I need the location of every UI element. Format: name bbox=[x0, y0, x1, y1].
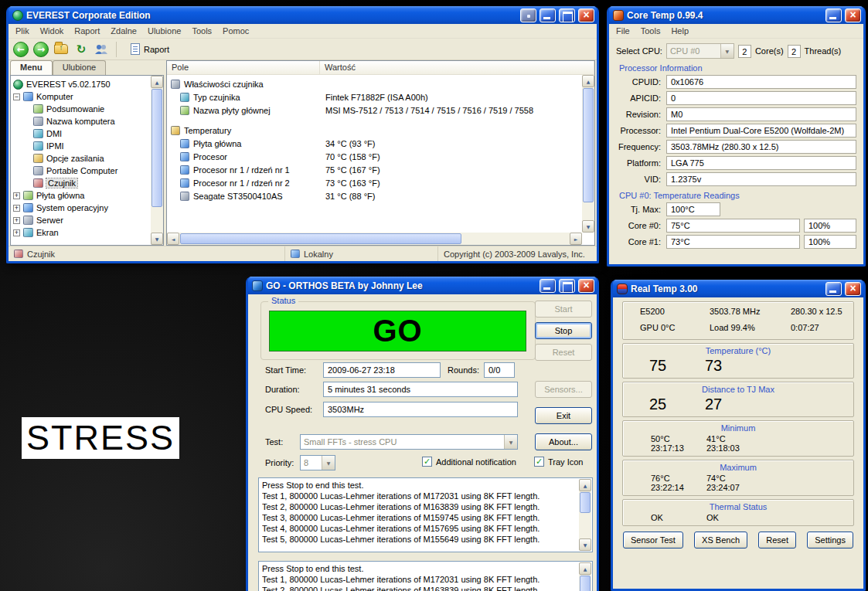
orthos-titlebar[interactable]: GO - ORTHOS BETA by Johnny Lee bbox=[248, 277, 597, 294]
sidebar-item-portable-computer[interactable]: Portable Computer bbox=[13, 165, 149, 177]
start-button[interactable]: Start bbox=[535, 301, 592, 318]
collapse-icon[interactable] bbox=[13, 93, 20, 100]
minimize-to-tray-button[interactable] bbox=[520, 8, 536, 22]
maximize-button[interactable] bbox=[559, 8, 575, 22]
coretemp-titlebar[interactable]: Core Temp 0.99.4 bbox=[609, 6, 863, 24]
back-button[interactable]: ← bbox=[13, 42, 29, 57]
test-dropdown[interactable]: Small FFTs - stress CPU bbox=[300, 434, 518, 450]
expand-icon[interactable] bbox=[13, 217, 20, 224]
scroll-left-button[interactable] bbox=[167, 233, 179, 245]
menu-help[interactable]: Help bbox=[665, 25, 694, 37]
scroll-up-button[interactable] bbox=[579, 479, 591, 491]
menu-plik[interactable]: Plik bbox=[10, 25, 35, 37]
scroll-down-button[interactable] bbox=[151, 233, 163, 245]
scroll-down-button[interactable] bbox=[579, 538, 591, 551]
menu-widok[interactable]: Widok bbox=[35, 25, 70, 37]
start-time-field[interactable]: 2009-06-27 23:18 bbox=[323, 362, 441, 378]
scroll-track[interactable] bbox=[151, 88, 163, 233]
sensor-test-button[interactable]: Sensor Test bbox=[623, 532, 683, 549]
exit-button[interactable]: Exit bbox=[535, 407, 592, 424]
scroll-thumb[interactable] bbox=[583, 88, 594, 202]
close-button[interactable] bbox=[578, 279, 594, 293]
sidebar-item-plyta-glowna[interactable]: Płyta główna bbox=[13, 189, 149, 202]
sidebar-item-system-operacyjny[interactable]: System operacyjny bbox=[13, 202, 149, 214]
log-scrollbar[interactable] bbox=[579, 562, 591, 591]
sidebar-item-komputer[interactable]: Komputer bbox=[13, 90, 149, 103]
sidebar-item-everest-root[interactable]: EVEREST v5.02.1750 bbox=[13, 78, 149, 90]
scroll-track[interactable] bbox=[179, 233, 570, 245]
scroll-thumb[interactable] bbox=[151, 89, 162, 207]
column-header-pole[interactable]: Pole bbox=[167, 61, 320, 74]
row-core1-temp[interactable]: Procesor nr 1 / rdzeń nr 1 75 °C (167 °F… bbox=[167, 163, 582, 176]
column-header-wartosc[interactable]: Wartość bbox=[320, 61, 594, 74]
tab-ulubione[interactable]: Ulubione bbox=[53, 60, 106, 75]
sidebar-item-dmi[interactable]: DMI bbox=[13, 127, 149, 140]
scroll-track[interactable] bbox=[582, 87, 594, 220]
close-button[interactable] bbox=[845, 8, 861, 22]
expand-icon[interactable] bbox=[13, 205, 20, 212]
sidebar-item-ekran[interactable]: Ekran bbox=[13, 226, 149, 239]
rounds-field[interactable]: 0/0 bbox=[484, 362, 515, 378]
menu-file[interactable]: File bbox=[611, 25, 635, 37]
reset-button[interactable]: Reset bbox=[535, 344, 592, 361]
row-hdd-temp[interactable]: Seagate ST3500410AS 31 °C (88 °F) bbox=[167, 189, 582, 202]
tab-menu[interactable]: Menu bbox=[10, 60, 53, 75]
group-row-temperatures[interactable]: Temperatury bbox=[167, 124, 582, 137]
table-scrollbar-horizontal[interactable] bbox=[167, 233, 582, 245]
expand-icon[interactable] bbox=[13, 192, 20, 199]
up-folder-button[interactable] bbox=[53, 42, 69, 57]
close-button[interactable] bbox=[578, 8, 594, 22]
refresh-button[interactable]: ↻ bbox=[73, 42, 89, 57]
menu-zdalne[interactable]: Zdalne bbox=[105, 25, 142, 37]
row-procesor-temp[interactable]: Procesor 70 °C (158 °F) bbox=[167, 150, 582, 163]
maximize-button[interactable] bbox=[559, 279, 575, 293]
row-typ-czujnika[interactable]: Typ czujnika Fintek F71882F (ISA A00h) bbox=[167, 90, 582, 104]
scroll-up-button[interactable] bbox=[151, 76, 163, 88]
scroll-track[interactable] bbox=[579, 575, 591, 591]
sidebar-item-nazwa-komputera[interactable]: Nazwa komputera bbox=[13, 115, 149, 127]
minimize-button[interactable] bbox=[540, 8, 556, 22]
forward-button[interactable]: → bbox=[33, 42, 49, 57]
row-plyta-glowna-temp[interactable]: Płyta główna 34 °C (93 °F) bbox=[167, 137, 582, 150]
everest-titlebar[interactable]: EVEREST Corporate Edition bbox=[9, 6, 597, 24]
sensors-button[interactable]: Sensors... bbox=[535, 381, 592, 398]
menu-raport[interactable]: Raport bbox=[69, 25, 105, 37]
sidebar-item-ipmi[interactable]: IPMI bbox=[13, 140, 149, 152]
sidebar-item-serwer[interactable]: Serwer bbox=[13, 214, 149, 226]
table-scrollbar-vertical[interactable] bbox=[582, 75, 594, 233]
log-scrollbar[interactable] bbox=[579, 479, 591, 551]
priority-dropdown[interactable]: 8 bbox=[300, 455, 335, 470]
reset-button[interactable]: Reset bbox=[758, 532, 796, 549]
sidebar-item-podsumowanie[interactable]: Podsumowanie bbox=[13, 103, 149, 115]
tray-icon-checkbox[interactable]: Tray Icon bbox=[534, 457, 583, 467]
sidebar-item-czujnik[interactable]: Czujnik bbox=[13, 177, 149, 189]
tree-scrollbar[interactable] bbox=[151, 76, 163, 245]
menu-tools[interactable]: Tools bbox=[635, 25, 666, 37]
users-button[interactable] bbox=[94, 42, 109, 57]
row-nazwa-plyty[interactable]: Nazwa płyty głównej MSI MS-7512 / 7513 /… bbox=[167, 104, 582, 117]
menu-pomoc[interactable]: Pomoc bbox=[217, 25, 254, 37]
expand-icon[interactable] bbox=[13, 229, 20, 236]
scroll-up-button[interactable] bbox=[582, 75, 594, 87]
test-log-1[interactable]: Press Stop to end this test. Test 1, 800… bbox=[258, 477, 593, 552]
close-button[interactable] bbox=[845, 282, 861, 296]
raport-button[interactable]: Raport bbox=[124, 41, 176, 57]
realtemp-titlebar[interactable]: Real Temp 3.00 bbox=[613, 280, 863, 297]
sidebar-item-opcje-zasilania[interactable]: Opcje zasilania bbox=[13, 152, 149, 165]
stop-button[interactable]: Stop bbox=[535, 322, 592, 339]
scroll-thumb[interactable] bbox=[580, 576, 591, 591]
menu-ulubione[interactable]: Ulubione bbox=[142, 25, 186, 37]
scroll-right-button[interactable] bbox=[570, 233, 582, 245]
scroll-thumb[interactable] bbox=[580, 492, 591, 513]
scroll-up-button[interactable] bbox=[579, 562, 591, 575]
xs-bench-button[interactable]: XS Bench bbox=[694, 532, 747, 549]
minimize-button[interactable] bbox=[825, 282, 842, 296]
menu-tools[interactable]: Tools bbox=[186, 25, 217, 37]
test-log-2[interactable]: Press Stop to end this test. Test 1, 800… bbox=[258, 561, 593, 591]
cpu-select-dropdown[interactable]: CPU #0 bbox=[666, 43, 734, 59]
scroll-track[interactable] bbox=[579, 491, 591, 538]
additional-notification-checkbox[interactable]: Additional notification bbox=[422, 457, 516, 467]
duration-field[interactable]: 5 minutes 31 seconds bbox=[323, 382, 518, 397]
settings-button[interactable]: Settings bbox=[807, 532, 853, 549]
about-button[interactable]: About... bbox=[535, 433, 592, 450]
